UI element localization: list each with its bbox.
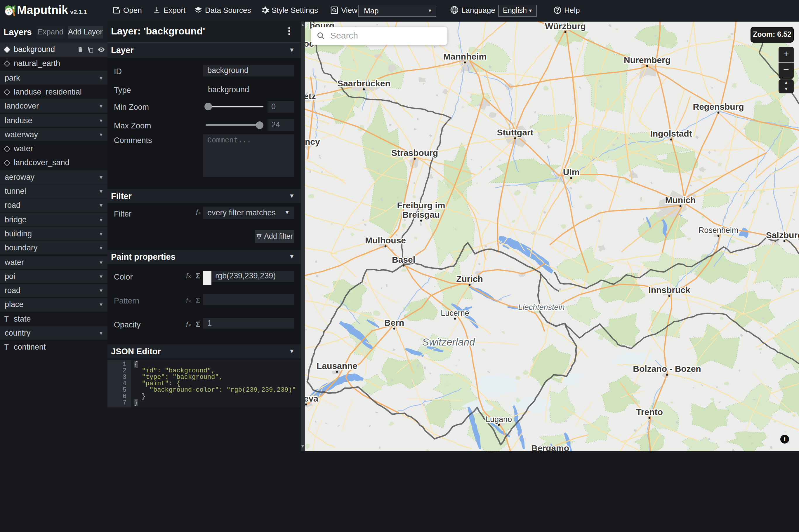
svg-text:Lausanne: Lausanne <box>317 361 357 370</box>
svg-text:Munich: Munich <box>665 195 696 205</box>
svg-text:Freiburg im: Freiburg im <box>397 200 445 210</box>
svg-text:Innsbruck: Innsbruck <box>648 285 690 294</box>
svg-text:Lugano: Lugano <box>486 415 512 423</box>
svg-text:Stuttgart: Stuttgart <box>497 127 534 137</box>
svg-text:Ingolstadt: Ingolstadt <box>650 128 692 138</box>
svg-text:Breisgau: Breisgau <box>403 210 440 219</box>
svg-text:Salzburg: Salzburg <box>766 230 799 240</box>
svg-text:Bergamo: Bergamo <box>531 443 569 451</box>
svg-text:Mulhouse: Mulhouse <box>365 235 406 245</box>
svg-text:etz: etz <box>305 91 316 101</box>
svg-text:Bolzano - Bozen: Bolzano - Bozen <box>633 364 701 373</box>
svg-text:Bern: Bern <box>384 318 404 327</box>
svg-text:Mannheim: Mannheim <box>443 51 486 61</box>
svg-text:eva: eva <box>305 393 318 403</box>
svg-text:Regensburg: Regensburg <box>693 101 744 111</box>
svg-text:Saarbrücken: Saarbrücken <box>337 78 390 88</box>
svg-text:Zurich: Zurich <box>456 274 483 283</box>
svg-text:Nuremberg: Nuremberg <box>624 55 670 64</box>
svg-text:Basel: Basel <box>392 254 415 264</box>
svg-text:Würzburg: Würzburg <box>545 21 586 31</box>
svg-text:Trento: Trento <box>636 407 663 416</box>
svg-text:Rosenheim: Rosenheim <box>699 226 739 234</box>
svg-text:Switzerland: Switzerland <box>422 336 476 347</box>
svg-text:Strasbourg: Strasbourg <box>391 148 438 157</box>
svg-text:Ulm: Ulm <box>563 167 580 176</box>
svg-text:ncy: ncy <box>305 137 320 146</box>
svg-text:Lucerne: Lucerne <box>441 308 469 317</box>
svg-text:Liechtenstein: Liechtenstein <box>518 303 564 311</box>
